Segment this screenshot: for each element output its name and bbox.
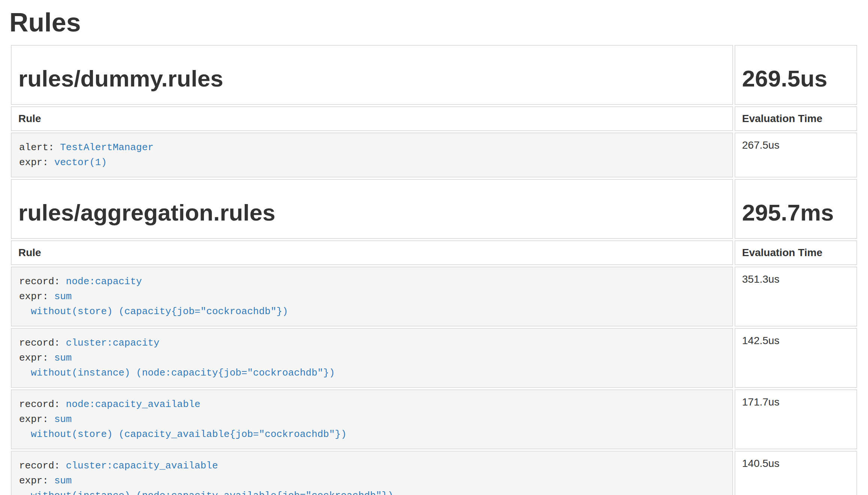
rule-cell: record: node:capacity expr: sum without(… <box>11 267 733 327</box>
rule-eval-time: 140.5us <box>735 451 857 495</box>
rule-definition: record: cluster:capacity_available expr:… <box>12 452 732 495</box>
eval-column-header: Evaluation Time <box>735 240 857 265</box>
rule-expr-link[interactable]: sum without(instance) (node:capacity{job… <box>19 352 335 379</box>
group-file-name: rules/aggregation.rules <box>18 200 726 225</box>
rule-expr-label: expr: <box>19 157 48 168</box>
rule-expr-link[interactable]: sum without(store) (capacity{job="cockro… <box>19 291 288 317</box>
eval-column-header: Evaluation Time <box>735 106 857 131</box>
group-total-cell: 269.5us <box>735 45 857 105</box>
rule-name-link[interactable]: cluster:capacity <box>66 337 160 349</box>
rule-kind-label: alert: <box>19 142 54 153</box>
group-total-eval-time: 269.5us <box>742 66 850 91</box>
column-header-row: Rule Evaluation Time <box>11 106 857 131</box>
group-file-cell: rules/dummy.rules <box>11 45 733 105</box>
table-row: alert: TestAlertManager expr: vector(1) … <box>11 133 857 177</box>
group-header-row: rules/dummy.rules 269.5us <box>11 45 857 105</box>
rule-cell: record: cluster:capacity expr: sum witho… <box>11 328 733 388</box>
rule-column-header: Rule <box>11 240 733 265</box>
column-header-row: Rule Evaluation Time <box>11 240 857 265</box>
rule-eval-time: 351.3us <box>735 267 857 327</box>
table-row: record: cluster:capacity_available expr:… <box>11 451 857 495</box>
rule-expr-link[interactable]: sum without(instance) (node:capacity_ava… <box>19 475 394 495</box>
rule-kind-label: record: <box>19 460 60 471</box>
rule-definition: record: node:capacity expr: sum without(… <box>12 267 732 326</box>
group-file-cell: rules/aggregation.rules <box>11 179 733 239</box>
group-header-row: rules/aggregation.rules 295.7ms <box>11 179 857 239</box>
rule-definition: record: cluster:capacity expr: sum witho… <box>12 329 732 387</box>
rule-expr-label: expr: <box>19 414 48 425</box>
rule-expr-label: expr: <box>19 475 48 486</box>
rule-kind-label: record: <box>19 276 60 287</box>
table-row: record: node:capacity expr: sum without(… <box>11 267 857 327</box>
rule-name-link[interactable]: node:capacity <box>66 276 142 287</box>
group-total-cell: 295.7ms <box>735 179 857 239</box>
page-title: Rules <box>9 8 859 37</box>
rule-cell: record: node:capacity_available expr: su… <box>11 389 733 449</box>
rule-kind-label: record: <box>19 337 60 349</box>
rule-column-header: Rule <box>11 106 733 131</box>
group-file-name: rules/dummy.rules <box>18 66 726 91</box>
rule-cell: alert: TestAlertManager expr: vector(1) <box>11 133 733 177</box>
rule-cell: record: cluster:capacity_available expr:… <box>11 451 733 495</box>
rule-definition: record: node:capacity_available expr: su… <box>12 390 732 449</box>
rule-expr-label: expr: <box>19 291 48 302</box>
group-total-eval-time: 295.7ms <box>742 200 850 225</box>
rule-eval-time: 142.5us <box>735 328 857 388</box>
rule-expr-link[interactable]: sum without(store) (capacity_available{j… <box>19 414 347 440</box>
rule-eval-time: 267.5us <box>735 133 857 177</box>
table-row: record: cluster:capacity expr: sum witho… <box>11 328 857 388</box>
rule-eval-time: 171.7us <box>735 389 857 449</box>
rules-page: Rules rules/dummy.rules 269.5us Rule Eva… <box>0 8 868 495</box>
rules-table: rules/dummy.rules 269.5us Rule Evaluatio… <box>9 43 859 495</box>
rule-name-link[interactable]: TestAlertManager <box>60 142 154 153</box>
table-row: record: node:capacity_available expr: su… <box>11 389 857 449</box>
rule-expr-label: expr: <box>19 352 48 364</box>
rule-kind-label: record: <box>19 399 60 410</box>
rule-definition: alert: TestAlertManager expr: vector(1) <box>12 133 732 177</box>
rule-name-link[interactable]: node:capacity_available <box>66 399 201 410</box>
rule-expr-link[interactable]: vector(1) <box>54 157 107 168</box>
rule-name-link[interactable]: cluster:capacity_available <box>66 460 218 471</box>
